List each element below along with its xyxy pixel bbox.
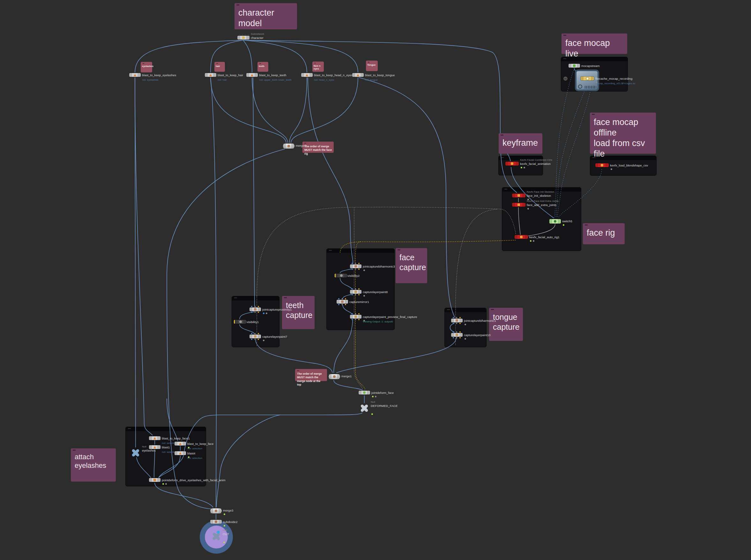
node-name[interactable]: capturelayerpaint8: [363, 290, 388, 294]
node-body[interactable]: [359, 391, 370, 395]
port[interactable]: [251, 339, 252, 340]
node-name[interactable]: blast_to_keep_face: [187, 442, 213, 445]
node-name[interactable]: filecache_mocap_recording: [595, 77, 632, 80]
node-body[interactable]: [515, 235, 528, 239]
collapse-icon[interactable]: [491, 309, 494, 310]
node-body[interactable]: [512, 203, 526, 207]
node-name[interactable]: capturelayerpaint7: [262, 335, 287, 338]
port[interactable]: [456, 331, 457, 333]
collapse-icon[interactable]: [564, 35, 566, 36]
node-name[interactable]: character: [251, 36, 263, 40]
port[interactable]: [358, 313, 359, 315]
port[interactable]: [459, 323, 461, 324]
port[interactable]: [338, 304, 339, 305]
port[interactable]: [251, 312, 252, 313]
grey-flag[interactable]: [465, 338, 466, 340]
port[interactable]: [355, 319, 356, 320]
collapse-icon[interactable]: [143, 63, 144, 64]
grey-flag[interactable]: [527, 208, 529, 209]
green-flag[interactable]: [224, 514, 225, 515]
node-name[interactable]: OUT: [223, 532, 229, 536]
collapse-icon[interactable]: [505, 189, 507, 189]
node-body[interactable]: [350, 264, 361, 268]
node-body[interactable]: [569, 64, 580, 67]
node-body[interactable]: [210, 520, 222, 524]
collapse-icon[interactable]: [500, 135, 503, 136]
port[interactable]: [345, 298, 346, 299]
sticky-note-face-capture[interactable]: face capture: [396, 248, 427, 283]
green-flag[interactable]: [371, 413, 373, 415]
node-body[interactable]: [175, 451, 186, 455]
collapse-icon[interactable]: [259, 63, 261, 64]
node-body[interactable]: [283, 143, 294, 148]
node-name[interactable]: switch5: [562, 219, 572, 223]
minimize-badge-icon[interactable]: [564, 77, 568, 81]
node-name[interactable]: jointcapturebiharmonic1: [464, 319, 496, 322]
port[interactable]: [358, 319, 359, 320]
port[interactable]: [453, 317, 454, 318]
node-name[interactable]: visibility1: [246, 320, 259, 324]
node-body[interactable]: [210, 508, 222, 514]
node-body[interactable]: [451, 319, 462, 322]
port[interactable]: [258, 339, 259, 340]
port[interactable]: [352, 319, 353, 320]
port[interactable]: [453, 337, 454, 338]
port[interactable]: [352, 268, 353, 270]
node-body[interactable]: [512, 194, 526, 197]
node-name[interactable]: blast_to_keep_head_n_eyes: [314, 73, 353, 77]
sticky-note-face-rig[interactable]: face rig: [583, 223, 625, 244]
node-body[interactable]: [337, 300, 348, 304]
grey-flag[interactable]: [165, 483, 167, 485]
port[interactable]: [355, 294, 356, 295]
collapse-icon[interactable]: [501, 157, 504, 158]
green-flag[interactable]: [188, 456, 190, 458]
node-name[interactable]: jointcaptureproximity1: [262, 308, 292, 311]
green-flag[interactable]: [223, 541, 225, 543]
mini-sticky-tongue[interactable]: Tongue: [366, 61, 378, 71]
collapse-icon[interactable]: [234, 298, 237, 298]
null-icon[interactable]: [360, 404, 369, 413]
grey-flag[interactable]: [266, 313, 268, 314]
node-name[interactable]: face_init_skeleton: [527, 194, 551, 197]
port[interactable]: [352, 288, 353, 289]
netbox-titlebar[interactable]: [126, 427, 206, 431]
node-name[interactable]: blast4: [187, 452, 195, 455]
warning-note[interactable]: The order of merge MUST match the face r…: [302, 142, 334, 153]
input-port[interactable]: [239, 34, 240, 35]
grey-flag[interactable]: [363, 269, 365, 271]
port[interactable]: [459, 317, 461, 318]
port[interactable]: [453, 323, 454, 324]
mini-sticky-eyelashes[interactable]: eyelashes: [141, 62, 152, 73]
node-name[interactable]: DEFORMED_FACE: [371, 404, 397, 407]
node-body[interactable]: [129, 73, 141, 77]
node-name[interactable]: mocapstream: [581, 64, 600, 67]
green-flag[interactable]: [563, 224, 565, 226]
node-body[interactable]: [549, 219, 561, 223]
grey-flag[interactable]: [375, 396, 376, 397]
port[interactable]: [355, 288, 356, 289]
node-name[interactable]: blast1: [162, 445, 170, 449]
netbox-titlebar[interactable]: [327, 249, 394, 253]
port[interactable]: [255, 333, 256, 334]
node-name[interactable]: blast_to_keep_teeth: [259, 73, 286, 77]
port[interactable]: [456, 323, 457, 324]
sticky-note-character-model[interactable]: character model: [235, 3, 297, 29]
port[interactable]: [352, 294, 353, 295]
node-name[interactable]: kevfx_load_blendshape_csv: [610, 164, 648, 167]
node-body[interactable]: [335, 274, 347, 277]
network-editor-canvas[interactable]: character modelface mocap livekeyframefa…: [0, 0, 751, 560]
port[interactable]: [456, 337, 457, 338]
node-name[interactable]: subdivide2: [223, 520, 237, 524]
port[interactable]: [255, 312, 256, 313]
node-body[interactable]: [234, 320, 246, 324]
port[interactable]: [355, 263, 356, 264]
mini-sticky-face-n-eyes[interactable]: face n eyes: [312, 62, 324, 72]
node-body[interactable]: [149, 478, 160, 482]
port[interactable]: [255, 339, 256, 340]
null-icon[interactable]: [131, 448, 140, 457]
port[interactable]: [258, 333, 259, 334]
port[interactable]: [352, 313, 353, 315]
node-name[interactable]: merge4: [296, 144, 306, 147]
node-name[interactable]: blast_to_keep_hair: [218, 73, 243, 77]
node-body[interactable]: [205, 73, 216, 77]
